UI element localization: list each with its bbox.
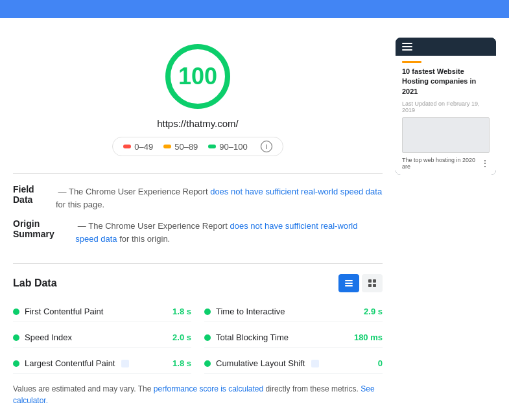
score-url: https://thatmy.com/ (157, 118, 239, 129)
field-data-link[interactable]: does not have sufficient real-world spee… (210, 187, 382, 196)
metric-value-tti: 2.9 s (364, 307, 383, 316)
lcp-info-icon[interactable] (121, 360, 129, 368)
metric-dot-cls (204, 360, 211, 367)
score-section: 100 https://thatmy.com/ 0–49 50–89 90–10… (13, 31, 383, 163)
divider-1 (13, 173, 383, 174)
svg-rect-1 (345, 283, 353, 284)
right-panel: 10 fastest Website Hosting companies in … (396, 31, 496, 406)
metric-value-fcp: 1.8 s (172, 307, 191, 316)
legend-dot-orange (163, 145, 171, 148)
svg-rect-4 (373, 279, 376, 283)
metric-name-cls: Cumulative Layout Shift (216, 358, 305, 368)
svg-rect-0 (345, 280, 353, 281)
divider-2 (13, 263, 383, 264)
metric-dot-lcp (13, 360, 19, 367)
lab-data-header: Lab Data (13, 274, 383, 292)
metric-dot-fcp (13, 309, 19, 315)
legend-item-poor: 0–49 (123, 142, 153, 152)
legend-item-good: 90–100 (208, 142, 247, 152)
metric-value-lcp: 1.8 s (172, 358, 191, 368)
metric-name-si: Speed Index (25, 332, 72, 342)
origin-summary-title: Origin Summary (13, 218, 70, 239)
legend-label-good: 90–100 (219, 142, 247, 152)
metric-value-si: 2.0 s (172, 332, 191, 342)
metric-value-tbt: 180 ms (354, 332, 383, 342)
metric-row-si: Speed Index 2.0 s (13, 327, 191, 348)
origin-summary-section: Origin Summary — The Chrome User Experie… (13, 218, 383, 253)
metric-row-lcp: Largest Contentful Paint 1.8 s (13, 353, 191, 374)
field-data-section: Field Data — The Chrome User Experience … (13, 184, 383, 218)
origin-summary-link[interactable]: does not have sufficient real-world spee… (75, 221, 357, 244)
preview-card: 10 fastest Website Hosting companies in … (396, 38, 496, 175)
score-value: 100 (178, 63, 217, 90)
three-dots-icon[interactable]: ⋮ (480, 158, 490, 169)
hamburger-line-2 (402, 46, 412, 47)
preview-footer-text: The top web hosting in 2020 are (402, 157, 480, 170)
metric-name-tti: Time to Interactive (216, 307, 285, 316)
preview-title: 10 fastest Website Hosting companies in … (402, 67, 490, 97)
svg-rect-6 (373, 284, 376, 287)
field-data-title: Field Data (13, 184, 51, 205)
legend-label-poor: 0–49 (134, 142, 153, 152)
hamburger-icon (402, 43, 412, 51)
cls-info-icon[interactable] (311, 360, 319, 368)
metric-row-fcp: First Contentful Paint 1.8 s (13, 301, 191, 322)
score-circle: 100 (165, 44, 230, 109)
preview-date: Last Updated on February 19, 2019 (402, 100, 490, 113)
metrics-grid: First Contentful Paint 1.8 s Time to Int… (13, 301, 383, 374)
footer-note: Values are estimated and may vary. The p… (13, 383, 383, 406)
metric-name-lcp: Largest Contentful Paint (25, 358, 115, 368)
hamburger-line-3 (402, 49, 412, 51)
legend-label-average: 50–89 (174, 142, 198, 152)
origin-summary-text: — The Chrome User Experience Report does… (75, 220, 383, 245)
svg-rect-2 (345, 285, 353, 286)
metric-name-tbt: Total Blocking Time (216, 332, 289, 342)
metric-value-cls: 0 (378, 358, 383, 368)
svg-rect-3 (368, 279, 372, 283)
metric-dot-tti (204, 309, 211, 315)
preview-orange-bar (402, 61, 421, 63)
performance-score-link[interactable]: performance score is calculated (154, 384, 263, 393)
legend-item-average: 50–89 (163, 142, 198, 152)
toggle-grid-button[interactable] (362, 274, 383, 292)
legend-dot-red (123, 145, 131, 148)
metric-dot-si (13, 334, 19, 341)
top-bar (0, 0, 509, 18)
footer-text: Values are estimated and may vary. The (13, 384, 154, 393)
preview-card-body: 10 fastest Website Hosting companies in … (396, 56, 496, 175)
metric-name-fcp: First Contentful Paint (25, 307, 103, 316)
hamburger-line-1 (402, 43, 412, 44)
legend-info-icon[interactable]: i (261, 141, 272, 152)
preview-footer-row: The top web hosting in 2020 are ⋮ (402, 157, 490, 170)
legend-dot-green (208, 145, 216, 148)
metric-row-tbt: Total Blocking Time 180 ms (204, 327, 383, 348)
toggle-list-button[interactable] (338, 274, 359, 292)
metric-row-cls: Cumulative Layout Shift 0 (204, 353, 383, 374)
svg-rect-5 (368, 284, 372, 287)
preview-image (402, 117, 490, 153)
metric-row-tti: Time to Interactive 2.9 s (204, 301, 383, 322)
metric-dot-tbt (204, 334, 211, 341)
field-data-text: — The Chrome User Experience Report does… (56, 185, 383, 211)
score-legend: 0–49 50–89 90–100 i (112, 137, 283, 156)
view-toggle (338, 274, 383, 292)
footer-text-after: directly from these metrics. (266, 384, 361, 393)
preview-card-header (396, 38, 496, 56)
lab-data-title: Lab Data (13, 277, 57, 289)
